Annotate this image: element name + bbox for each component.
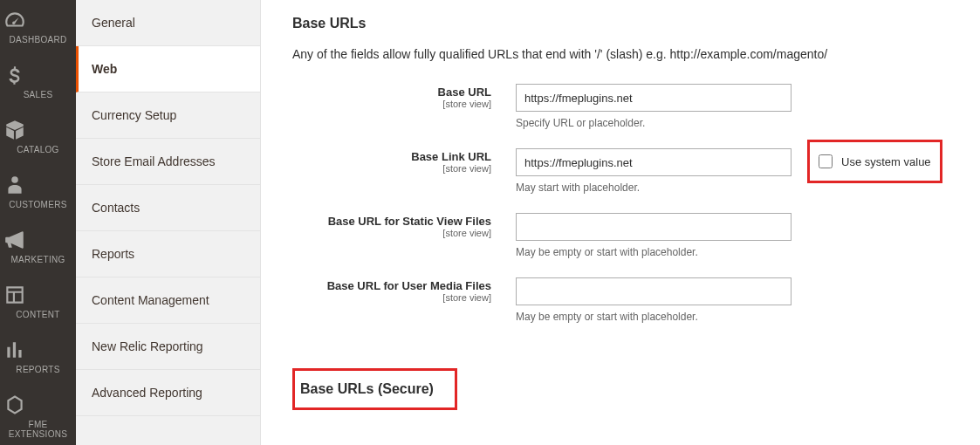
field-row-base-static: Base URL for Static View Files [store vi… <box>292 213 954 258</box>
field-label-wrap: Base Link URL [store view] <box>292 148 516 174</box>
field-label-wrap: Base URL for Static View Files [store vi… <box>292 213 516 238</box>
field-control: May start with placeholder. <box>516 148 792 194</box>
base-static-url-input[interactable] <box>516 213 792 241</box>
config-tabs: General Web Currency Setup Store Email A… <box>76 0 261 445</box>
section-title-base-urls-secure[interactable]: Base URLs (Secure) <box>292 368 457 410</box>
field-scope: [store view] <box>292 99 491 109</box>
nav-label: MARKETING <box>3 255 72 264</box>
nav-label: CONTENT <box>3 310 72 319</box>
field-hint: May start with placeholder. <box>516 181 792 194</box>
field-row-base-url: Base URL [store view] Specify URL or pla… <box>292 84 954 129</box>
layout-icon <box>3 284 26 306</box>
field-hint: May be empty or start with placeholder. <box>516 311 792 323</box>
nav-item-content[interactable]: CONTENT <box>0 275 76 330</box>
nav-label: SALES <box>3 90 72 99</box>
base-url-input[interactable] <box>516 84 792 112</box>
megaphone-icon <box>3 229 26 251</box>
nav-item-catalog[interactable]: CATALOG <box>0 110 76 165</box>
bar-chart-icon <box>3 339 26 361</box>
tab-web[interactable]: Web <box>76 46 260 92</box>
nav-item-reports[interactable]: REPORTS <box>0 330 76 385</box>
base-media-url-input[interactable] <box>516 277 792 305</box>
nav-label: DASHBOARD <box>3 35 72 44</box>
nav-label: CUSTOMERS <box>3 200 72 209</box>
tab-contacts[interactable]: Contacts <box>76 185 260 231</box>
field-control: May be empty or start with placeholder. <box>516 213 792 258</box>
field-control: Specify URL or placeholder. <box>516 84 792 129</box>
section-title-base-urls[interactable]: Base URLs <box>292 16 954 31</box>
nav-item-fme-extensions[interactable]: FME EXTENSIONS <box>0 385 76 445</box>
nav-item-customers[interactable]: CUSTOMERS <box>0 165 76 220</box>
field-row-base-link-url: Base Link URL [store view] May start wit… <box>292 148 954 194</box>
person-icon <box>3 174 26 196</box>
field-label-wrap: Base URL [store view] <box>292 84 516 109</box>
use-system-value-label: Use system value <box>841 155 931 168</box>
field-label: Base URL for User Media Files <box>292 279 491 292</box>
section-note: Any of the fields allow fully qualified … <box>292 47 954 61</box>
tab-currency-setup[interactable]: Currency Setup <box>76 92 260 139</box>
field-scope: [store view] <box>292 228 491 238</box>
use-system-value-checkbox[interactable] <box>819 154 833 168</box>
field-row-base-media: Base URL for User Media Files [store vie… <box>292 277 954 323</box>
tab-reports[interactable]: Reports <box>76 231 260 277</box>
tab-store-email-addresses[interactable]: Store Email Addresses <box>76 139 260 185</box>
field-hint: Specify URL or placeholder. <box>516 117 792 129</box>
nav-item-marketing[interactable]: MARKETING <box>0 220 76 275</box>
base-link-url-input[interactable] <box>516 148 792 176</box>
dollar-icon <box>3 64 26 86</box>
nav-item-dashboard[interactable]: DASHBOARD <box>0 0 76 55</box>
tab-advanced-reporting[interactable]: Advanced Reporting <box>76 370 260 416</box>
nav-item-sales[interactable]: SALES <box>0 55 76 110</box>
use-system-value-wrap: Use system value <box>807 140 942 183</box>
field-label: Base URL <box>292 86 491 99</box>
field-label: Base Link URL <box>292 150 491 163</box>
tab-content-management[interactable]: Content Management <box>76 277 260 324</box>
tab-new-relic-reporting[interactable]: New Relic Reporting <box>76 324 260 370</box>
hexagon-icon <box>3 394 26 416</box>
field-hint: May be empty or start with placeholder. <box>516 246 792 258</box>
nav-label: FME EXTENSIONS <box>3 420 72 439</box>
field-scope: [store view] <box>292 292 491 303</box>
box-icon <box>3 119 26 141</box>
field-label-wrap: Base URL for User Media Files [store vie… <box>292 277 516 303</box>
field-label: Base URL for Static View Files <box>292 215 491 228</box>
nav-label: REPORTS <box>3 365 72 374</box>
admin-nav: DASHBOARD SALES CATALOG CUSTOMERS MARKET… <box>0 0 76 445</box>
field-control: May be empty or start with placeholder. <box>516 277 792 323</box>
field-scope: [store view] <box>292 163 491 174</box>
nav-label: CATALOG <box>3 145 72 154</box>
tab-general[interactable]: General <box>76 0 260 46</box>
gauge-icon <box>3 9 26 31</box>
main-content: Base URLs Any of the fields allow fully … <box>261 0 980 445</box>
